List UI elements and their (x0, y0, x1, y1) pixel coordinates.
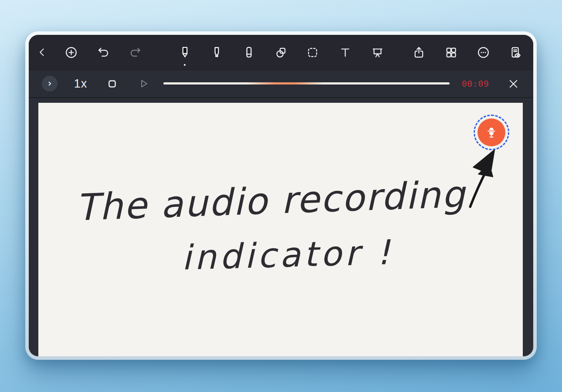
page-preview-button[interactable] (505, 35, 525, 70)
share-icon (412, 46, 426, 59)
add-button[interactable] (61, 35, 81, 70)
notes-app: 1x 00:09 (29, 35, 533, 356)
microphone-icon (485, 126, 498, 139)
audio-recording-indicator[interactable] (474, 115, 509, 150)
more-button[interactable] (474, 35, 493, 70)
undo-button[interactable] (94, 35, 113, 70)
close-icon (507, 78, 520, 90)
text-tool-icon (339, 46, 352, 59)
elapsed-time: 00:09 (461, 70, 490, 97)
handwriting-ink: The audio recording indicator ! (38, 103, 523, 356)
recording-selection-ring (474, 115, 509, 150)
handwriting-line-1: The audio recording (75, 172, 467, 229)
selected-tool-dot (184, 64, 186, 66)
play-icon (137, 78, 149, 90)
stop-button[interactable] (103, 70, 121, 97)
microphone-button[interactable] (477, 118, 505, 146)
stop-icon (106, 78, 118, 90)
share-button[interactable] (409, 35, 428, 70)
presentation-icon (371, 46, 384, 59)
audio-playback-bar: 1x 00:09 (29, 70, 533, 97)
close-playback-button[interactable] (504, 70, 522, 97)
hand-drawn-arrow (470, 150, 494, 207)
document-eye-icon (508, 46, 522, 59)
handwriting-line-2: indicator ! (181, 233, 394, 277)
recorded-audio-segment (247, 82, 324, 84)
highlighter-tool-button[interactable] (207, 35, 226, 70)
note-canvas[interactable]: The audio recording indicator ! (38, 103, 523, 356)
back-button[interactable] (33, 35, 52, 70)
eraser-tool-button[interactable] (239, 35, 258, 70)
pages-button[interactable] (441, 35, 460, 70)
playback-speed-button[interactable]: 1x (71, 70, 90, 97)
playback-progress-track[interactable] (163, 82, 450, 84)
text-tool-button[interactable] (335, 35, 355, 70)
canvas-area: The audio recording indicator ! (29, 97, 533, 356)
pen-icon (178, 45, 192, 60)
chevron-left-icon (37, 47, 48, 58)
eraser-icon (242, 45, 256, 60)
marquee-selection-icon (306, 46, 319, 59)
undo-icon (97, 46, 110, 59)
shapes-icon (274, 46, 288, 59)
shapes-tool-button[interactable] (271, 35, 290, 70)
plus-circle-icon (64, 46, 78, 59)
grid-icon (444, 46, 458, 59)
redo-icon (129, 46, 142, 59)
play-button[interactable] (134, 70, 152, 97)
pen-tool-button[interactable] (175, 35, 194, 70)
selection-tool-button[interactable] (303, 35, 322, 70)
presenter-button[interactable] (368, 35, 387, 70)
app-window: 1x 00:09 (25, 31, 537, 360)
highlighter-icon (210, 45, 224, 60)
redo-button[interactable] (125, 35, 145, 70)
ellipsis-circle-icon (477, 46, 490, 59)
desktop-background: 1x 00:09 (0, 0, 562, 392)
collapse-playback-button[interactable] (42, 76, 58, 91)
main-toolbar (29, 35, 533, 70)
chevron-right-icon (45, 79, 54, 88)
